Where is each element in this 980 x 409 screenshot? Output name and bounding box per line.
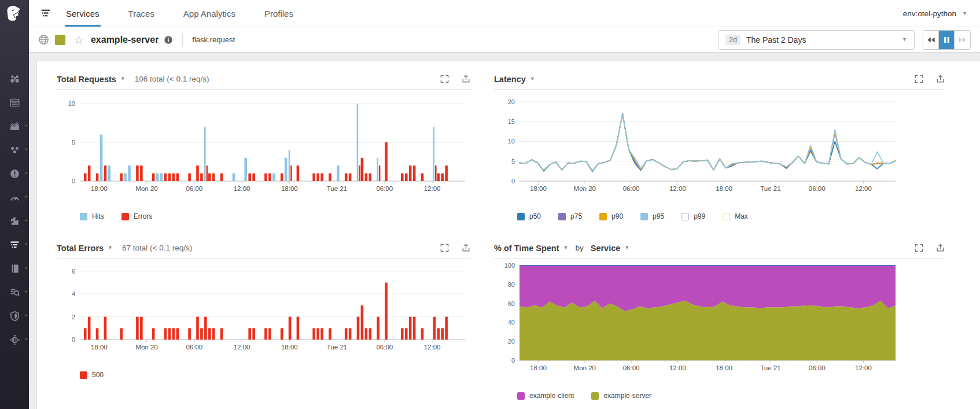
sidebar-item-infrastructure[interactable]: ▸ (3, 143, 25, 157)
panel-total-errors: Total Errors ▼ 67 total (< 0.1 req/s) 02… (57, 243, 494, 409)
legend-item[interactable]: p90 (599, 212, 623, 220)
chevron-right-icon: ▸ (25, 171, 28, 175)
svg-text:12:00: 12:00 (424, 344, 441, 351)
sidebar: ▸ ▸ ▸ ▸ ▸ ▸ ▸ (0, 0, 29, 409)
legend-item[interactable]: Hits (80, 212, 104, 220)
service-name: example-server (91, 35, 159, 45)
latency-chart[interactable]: 0510152018:00Mon 2006:0012:0018:00Tue 21… (494, 90, 899, 205)
sidebar-item-events[interactable] (3, 95, 25, 109)
chevron-right-icon: ▸ (25, 266, 28, 270)
svg-text:6: 6 (72, 268, 75, 275)
svg-text:80: 80 (508, 281, 515, 288)
time-range-selector[interactable]: 2d The Past 2 Days ▼ (718, 30, 915, 50)
group-by-dropdown[interactable]: Service ▼ (591, 244, 630, 253)
sidebar-item-apm[interactable]: ▸ (3, 238, 25, 252)
sidebar-item-notebooks[interactable]: ▸ (3, 261, 25, 275)
expand-icon[interactable] (914, 243, 924, 253)
notebook-icon (9, 263, 21, 275)
apm-nav-icon[interactable] (39, 7, 52, 20)
export-icon[interactable] (935, 243, 945, 253)
total-requests-chart[interactable]: 051018:00Mon 2006:0012:0018:00Tue 2106:0… (57, 90, 469, 205)
sidebar-item-logs[interactable]: ▸ (3, 285, 25, 299)
legend-swatch (121, 213, 129, 220)
svg-text:18:00: 18:00 (716, 185, 732, 192)
legend-swatch (558, 213, 566, 220)
tab-services[interactable]: Services (66, 0, 100, 27)
svg-text:12:00: 12:00 (669, 364, 686, 371)
svg-text:12:00: 12:00 (669, 185, 686, 192)
legend-item[interactable]: p95 (640, 212, 664, 220)
legend-item[interactable]: example-client (517, 392, 574, 400)
svg-text:Mon 20: Mon 20 (574, 185, 596, 192)
main-area: Services Traces App Analytics Profiles e… (29, 0, 980, 409)
legend-item[interactable]: p99 (681, 212, 705, 220)
legend-item[interactable]: Max (723, 212, 748, 220)
legend-label: Errors (134, 212, 153, 220)
chevron-right-icon: ▸ (25, 147, 28, 152)
svg-text:Tue 21: Tue 21 (327, 185, 347, 192)
log-search-icon (9, 286, 21, 299)
chevron-right-icon: ▸ (25, 194, 28, 199)
expand-icon[interactable] (914, 74, 924, 84)
sidebar-nav: ▸ ▸ ▸ ▸ ▸ ▸ ▸ (3, 72, 25, 347)
svg-text:12:00: 12:00 (234, 344, 250, 351)
total-requests-title-dropdown[interactable]: Total Requests ▼ (57, 75, 126, 84)
time-spent-title-dropdown[interactable]: % of Time Spent ▼ (494, 244, 568, 253)
svg-text:10: 10 (68, 100, 75, 107)
export-icon[interactable] (461, 74, 471, 84)
sidebar-item-dashboards[interactable]: ▸ (3, 119, 25, 133)
legend-item[interactable]: p75 (558, 212, 582, 220)
sidebar-item-watchdog[interactable] (3, 72, 25, 86)
svg-text:0: 0 (72, 178, 75, 185)
sidebar-item-synthetics[interactable]: ▸ (3, 333, 25, 347)
export-icon[interactable] (461, 243, 471, 253)
panel-title: % of Time Spent (494, 244, 559, 253)
svg-text:18:00: 18:00 (281, 344, 298, 351)
chevron-down-icon: ▼ (624, 245, 629, 250)
legend-item[interactable]: Errors (121, 212, 153, 220)
export-icon[interactable] (935, 74, 945, 84)
datadog-logo[interactable] (0, 0, 29, 28)
chevron-right-icon: ▸ (25, 313, 28, 318)
tab-app-analytics[interactable]: App Analytics (183, 0, 235, 27)
globe-icon (38, 34, 49, 45)
favorite-star-icon[interactable]: ☆ (73, 34, 84, 46)
pause-button[interactable] (939, 31, 955, 49)
svg-text:06:00: 06:00 (186, 344, 202, 351)
expand-icon[interactable] (440, 243, 450, 253)
info-icon[interactable] (164, 35, 173, 45)
service-identity: ☆ example-server flask.request (38, 33, 235, 47)
sidebar-item-security[interactable]: ▸ (3, 309, 25, 323)
svg-text:15: 15 (508, 118, 515, 125)
expand-icon[interactable] (440, 74, 450, 84)
top-nav-bar: Services Traces App Analytics Profiles e… (29, 0, 980, 27)
legend-label: p90 (611, 212, 623, 220)
svg-text:12:00: 12:00 (424, 185, 441, 192)
svg-text:18:00: 18:00 (530, 185, 547, 192)
svg-text:06:00: 06:00 (376, 344, 393, 351)
sidebar-item-integrations[interactable]: ▸ (3, 214, 25, 228)
latency-title-dropdown[interactable]: Latency ▼ (494, 75, 535, 84)
chevron-right-icon: ▸ (25, 242, 28, 246)
total-errors-title-dropdown[interactable]: Total Errors ▼ (57, 244, 113, 253)
tab-traces[interactable]: Traces (128, 0, 154, 27)
forward-button[interactable] (955, 31, 970, 49)
env-filter-dropdown[interactable]: env:otel-python ▼ (903, 0, 967, 27)
time-spent-chart[interactable]: 02040608010018:00Mon 2006:0012:0018:00Tu… (494, 259, 899, 385)
tab-profiles[interactable]: Profiles (264, 0, 293, 27)
total-errors-chart[interactable]: 024618:00Mon 2006:0012:0018:00Tue 2106:0… (57, 259, 469, 364)
legend-item[interactable]: p50 (517, 212, 541, 220)
sidebar-item-monitors[interactable]: ▸ (3, 167, 25, 180)
legend-item[interactable]: 500 (80, 371, 104, 379)
svg-text:0: 0 (72, 336, 75, 343)
svg-text:Mon 20: Mon 20 (574, 364, 596, 371)
sidebar-item-metrics[interactable]: ▸ (3, 190, 25, 204)
svg-text:40: 40 (508, 319, 515, 326)
fast-forward-icon (958, 36, 967, 43)
legend-swatch (517, 392, 525, 400)
legend-item[interactable]: example-server (591, 392, 651, 400)
rewind-button[interactable] (923, 31, 939, 49)
svg-text:20: 20 (508, 338, 515, 345)
panel-title: Total Errors (57, 244, 104, 253)
total-requests-legend: HitsErrors (80, 212, 471, 220)
